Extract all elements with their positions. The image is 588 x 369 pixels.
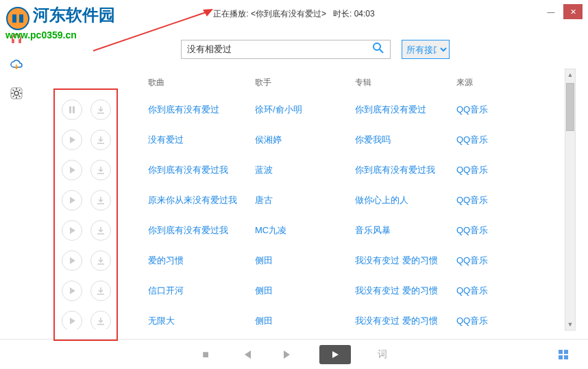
download-row-button[interactable] [90, 99, 111, 120]
album-link[interactable]: 我没有变过 爱的习惯 [355, 254, 456, 267]
search-box [181, 40, 391, 59]
col-header-artist: 歌手 [255, 77, 355, 88]
download-row-button[interactable] [90, 190, 111, 211]
artist-link[interactable]: 徐环/俞小明 [255, 104, 355, 116]
play-button[interactable] [319, 345, 351, 364]
scroll-up-icon[interactable]: ▲ [565, 69, 575, 80]
play-row-button[interactable] [62, 311, 82, 329]
download-row-button[interactable] [90, 160, 111, 180]
headphones-icon[interactable] [8, 30, 25, 47]
svg-line-8 [380, 49, 383, 53]
scrollbar[interactable]: ▲ ▼ [565, 69, 576, 331]
download-row-button[interactable] [90, 311, 111, 329]
song-link[interactable]: 没有爱过 [148, 134, 255, 146]
song-link[interactable]: 无限大 [148, 315, 255, 327]
interface-select[interactable]: 所有接口 [402, 40, 450, 59]
song-link[interactable]: 你到底有没有爱过我 [148, 164, 255, 176]
album-link[interactable]: 我没有变过 爱的习惯 [355, 315, 456, 327]
play-row-button[interactable] [62, 190, 82, 211]
play-row-button[interactable] [62, 250, 82, 271]
song-link[interactable]: 爱的习惯 [148, 254, 255, 267]
download-row-button[interactable] [90, 130, 111, 150]
download-row-button[interactable] [90, 250, 111, 271]
table-row: 没有爱过侯湘婷你爱我吗QQ音乐 [56, 125, 559, 155]
table-row: 爱的习惯侧田我没有变过 爱的习惯QQ音乐 [56, 246, 559, 276]
col-header-source: 来源 [456, 77, 510, 88]
artist-link[interactable]: 侧田 [255, 285, 355, 297]
album-link[interactable]: 我没有变过 爱的习惯 [355, 285, 456, 297]
col-header-song: 歌曲 [148, 77, 255, 88]
track-list: 你到底有没有爱过徐环/俞小明你到底有没有爱过QQ音乐没有爱过侯湘婷你爱我吗QQ音… [56, 95, 559, 329]
source-link[interactable]: QQ音乐 [456, 194, 510, 206]
source-link[interactable]: QQ音乐 [456, 285, 510, 297]
play-row-button[interactable] [62, 220, 82, 241]
album-link[interactable]: 你到底有没有爱过我 [355, 164, 456, 176]
svg-rect-11 [559, 350, 563, 354]
artist-link[interactable]: 侯湘婷 [255, 134, 355, 146]
player-footer: ■ 词 [0, 339, 588, 369]
artist-link[interactable]: 侧田 [255, 254, 355, 267]
table-row: 信口开河侧田我没有变过 爱的习惯QQ音乐 [56, 276, 559, 306]
play-row-button[interactable] [62, 130, 82, 150]
search-row: 所有接口 [181, 40, 450, 59]
album-link[interactable]: 做你心上的人 [355, 194, 456, 206]
table-row: 你到底有没有爱过我蓝波你到底有没有爱过我QQ音乐 [56, 155, 559, 185]
close-button[interactable]: ✕ [563, 4, 583, 19]
svg-rect-14 [564, 355, 568, 359]
artist-link[interactable]: 唐古 [255, 194, 355, 206]
download-row-button[interactable] [90, 220, 111, 241]
scrollbar-thumb[interactable] [566, 83, 574, 131]
source-link[interactable]: QQ音乐 [456, 254, 510, 267]
header: 正在播放: <你到底有没有爱过> 时长: 04:03 [0, 5, 588, 22]
song-link[interactable]: 原来你从来没有爱过我 [148, 194, 255, 206]
source-link[interactable]: QQ音乐 [456, 104, 510, 116]
now-playing-text: 正在播放: <你到底有没有爱过> 时长: 04:03 [213, 8, 374, 20]
col-header-album: 专辑 [355, 77, 456, 88]
song-link[interactable]: 你到底有没有爱过 [148, 104, 255, 116]
prev-button[interactable] [237, 345, 256, 364]
download-row-button[interactable] [90, 281, 111, 301]
grid-view-button[interactable] [554, 345, 573, 364]
table-row: 你到底有没有爱过我MC九凌音乐风暴QQ音乐 [56, 215, 559, 246]
album-link[interactable]: 你到底有没有爱过 [355, 104, 456, 116]
source-link[interactable]: QQ音乐 [456, 134, 510, 146]
song-link[interactable]: 信口开河 [148, 285, 255, 297]
scroll-down-icon[interactable]: ▼ [565, 319, 575, 330]
minimize-button[interactable]: — [541, 4, 561, 19]
settings-icon[interactable] [8, 85, 25, 102]
search-input[interactable] [187, 45, 372, 55]
stop-button[interactable]: ■ [196, 345, 215, 364]
svg-rect-10 [73, 106, 75, 113]
cloud-download-icon[interactable] [8, 58, 25, 74]
svg-rect-9 [69, 106, 71, 113]
play-row-button[interactable] [62, 281, 82, 301]
lyric-button[interactable]: 词 [373, 345, 392, 364]
svg-rect-12 [564, 350, 568, 354]
artist-link[interactable]: MC九凌 [255, 224, 355, 237]
table-header: 歌曲 歌手 专辑 来源 [148, 77, 559, 88]
sidebar [8, 30, 29, 102]
source-link[interactable]: QQ音乐 [456, 164, 510, 176]
song-link[interactable]: 你到底有没有爱过我 [148, 224, 255, 237]
artist-link[interactable]: 蓝波 [255, 164, 355, 176]
artist-link[interactable]: 侧田 [255, 315, 355, 327]
window-controls: — ✕ [541, 4, 583, 19]
table-row: 原来你从来没有爱过我唐古做你心上的人QQ音乐 [56, 185, 559, 215]
table-row: 无限大侧田我没有变过 爱的习惯QQ音乐 [56, 306, 559, 329]
source-link[interactable]: QQ音乐 [456, 315, 510, 327]
pause-row-button[interactable] [62, 99, 82, 120]
svg-rect-13 [559, 355, 563, 359]
next-button[interactable] [278, 345, 297, 364]
svg-point-5 [14, 91, 19, 95]
source-link[interactable]: QQ音乐 [456, 224, 510, 237]
play-row-button[interactable] [62, 160, 82, 180]
svg-point-7 [373, 43, 380, 50]
album-link[interactable]: 音乐风暴 [355, 224, 456, 237]
album-link[interactable]: 你爱我吗 [355, 134, 456, 146]
table-row: 你到底有没有爱过徐环/俞小明你到底有没有爱过QQ音乐 [56, 95, 559, 125]
search-icon[interactable] [372, 42, 384, 57]
